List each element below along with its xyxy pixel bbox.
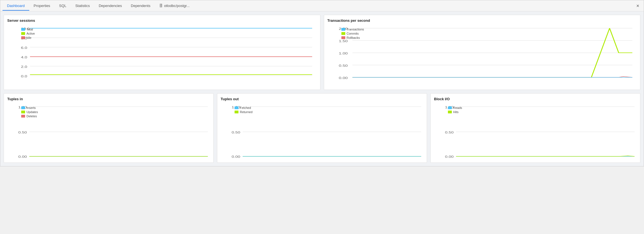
- tuples-out-title: Tuples out: [221, 97, 423, 101]
- tab-sql[interactable]: SQL: [55, 1, 71, 11]
- block-io-card: Block I/O 1.00 0.50 0.00: [430, 93, 640, 163]
- legend-reads-color: [448, 106, 452, 109]
- tab-dashboard[interactable]: Dashboard: [3, 1, 29, 11]
- server-label: otlodbc/postgr...: [164, 4, 190, 8]
- y-label-0: 0.0: [21, 75, 27, 78]
- close-button[interactable]: ×: [634, 2, 641, 9]
- tuples-in-legend: Inserts Updates Deletes: [21, 106, 38, 118]
- legend-updates: Updates: [21, 110, 38, 114]
- legend-returned-color: [235, 111, 238, 113]
- y-0.00: 0.00: [445, 155, 454, 158]
- block-io-legend: Reads Hits: [448, 106, 462, 114]
- tab-properties[interactable]: Properties: [29, 1, 55, 11]
- legend-rollbacks-color: [341, 36, 345, 39]
- tuples-in-title: Tuples in: [7, 97, 210, 101]
- legend-reads: Reads: [448, 106, 462, 109]
- transactions-chart: 2.00 1.50 1.00 0.50 0.00: [327, 25, 637, 86]
- legend-hits-color: [448, 111, 452, 113]
- y-0.50: 0.50: [18, 131, 27, 134]
- main-window: Dashboard Properties SQL Statistics Depe…: [0, 0, 644, 166]
- legend-total: Total: [21, 28, 35, 31]
- legend-transactions: Transactions: [341, 28, 364, 31]
- legend-idle-label: Idle: [26, 36, 32, 39]
- legend-deletes: Deletes: [21, 114, 38, 118]
- legend-commits-color: [341, 32, 345, 35]
- legend-deletes-color: [21, 115, 25, 118]
- transactions-title: Transactions per second: [327, 18, 637, 23]
- legend-fetched-label: Fetched: [240, 106, 251, 109]
- legend-commits: Commits: [341, 32, 364, 35]
- block-io-chart: 1.00 0.50 0.00 Reads: [434, 103, 637, 159]
- tuples-in-card: Tuples in 1.00 0.50 0.00: [4, 93, 214, 163]
- y-label-4: 4.0: [21, 56, 27, 59]
- server-tab[interactable]: 🗄 otlodbc/postgr...: [155, 1, 194, 10]
- tab-dependencies[interactable]: Dependencies: [94, 1, 126, 11]
- server-sessions-card: Server sessions 10.0 8.0 6.0 4.0 2.0 0.0: [4, 15, 320, 90]
- y-label-2: 2.0: [21, 65, 27, 68]
- tuples-out-card: Tuples out 1.00 0.50 0.00: [217, 93, 427, 163]
- server-sessions-chart: 10.0 8.0 6.0 4.0 2.0 0.0: [7, 25, 317, 86]
- y-0.50: 0.50: [232, 131, 240, 134]
- transactions-legend: Transactions Commits Rollbacks: [341, 28, 364, 39]
- legend-reads-label: Reads: [453, 106, 462, 109]
- legend-hits: Hits: [448, 110, 462, 114]
- y-label-1: 1.00: [339, 52, 348, 55]
- legend-rollbacks-label: Rollbacks: [347, 36, 360, 39]
- legend-fetched-color: [235, 106, 238, 109]
- bottom-row: Tuples in 1.00 0.50 0.00: [4, 93, 640, 163]
- dashboard-content: Server sessions 10.0 8.0 6.0 4.0 2.0 0.0: [0, 11, 644, 166]
- legend-updates-color: [21, 111, 25, 113]
- legend-idle: Idle: [21, 36, 35, 39]
- y-label-0: 0.00: [339, 77, 348, 80]
- block-io-title: Block I/O: [434, 97, 637, 101]
- legend-active: Active: [21, 32, 35, 35]
- y-0.00: 0.00: [18, 155, 27, 158]
- legend-rollbacks: Rollbacks: [341, 36, 364, 39]
- legend-total-label: Total: [26, 28, 33, 31]
- transactions-card: Transactions per second 2.00 1.50 1.00 0…: [324, 15, 641, 90]
- legend-inserts-color: [21, 106, 25, 109]
- legend-active-color: [21, 32, 25, 35]
- legend-tx-color: [341, 28, 345, 31]
- legend-fetched: Fetched: [235, 106, 252, 109]
- legend-active-label: Active: [26, 32, 35, 35]
- legend-deletes-label: Deletes: [26, 114, 37, 118]
- legend-inserts: Inserts: [21, 106, 38, 109]
- legend-total-color: [21, 28, 25, 31]
- tab-bar: Dashboard Properties SQL Statistics Depe…: [0, 0, 644, 11]
- legend-inserts-label: Inserts: [26, 106, 36, 109]
- hits-line: [456, 156, 635, 156]
- tuples-out-legend: Fetched Returned: [235, 106, 252, 114]
- server-sessions-title: Server sessions: [7, 18, 317, 23]
- legend-returned: Returned: [235, 110, 252, 114]
- legend-commits-label: Commits: [347, 32, 359, 35]
- db-icon: 🗄: [159, 4, 163, 8]
- y-0.00: 0.00: [232, 155, 240, 158]
- tuples-out-chart: 1.00 0.50 0.00 Fetche: [221, 103, 423, 159]
- tuples-in-chart: 1.00 0.50 0.00: [7, 103, 210, 159]
- y-label-1.5: 1.50: [339, 40, 348, 43]
- y-0.50: 0.50: [445, 131, 454, 134]
- server-sessions-legend: Total Active Idle: [21, 28, 35, 39]
- tab-statistics[interactable]: Statistics: [71, 1, 94, 11]
- legend-tx-label: Transactions: [347, 28, 364, 31]
- legend-idle-color: [21, 36, 25, 39]
- tab-dependents[interactable]: Dependents: [126, 1, 155, 11]
- y-label-0.5: 0.50: [339, 64, 348, 67]
- legend-returned-label: Returned: [240, 110, 252, 114]
- legend-updates-label: Updates: [26, 110, 38, 114]
- legend-hits-label: Hits: [453, 110, 459, 114]
- y-label-6: 6.0: [21, 46, 27, 49]
